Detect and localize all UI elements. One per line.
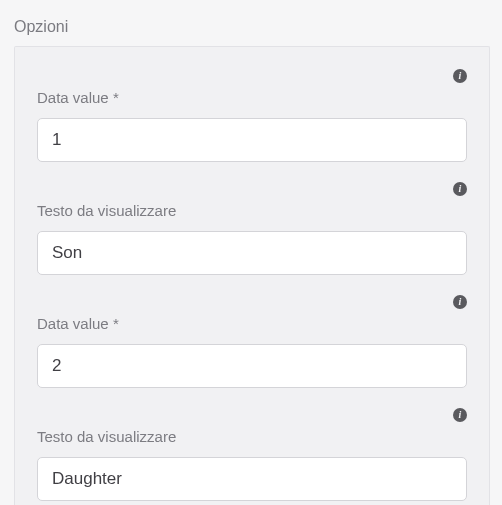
info-icon[interactable]: i: [453, 408, 467, 422]
section-title: Opzioni: [14, 18, 490, 36]
label-data-value: Data value *: [37, 89, 467, 106]
input-data-value[interactable]: [37, 344, 467, 388]
info-icon[interactable]: i: [453, 69, 467, 83]
field-block-display-text: i Testo da visualizzare: [37, 408, 467, 501]
info-icon[interactable]: i: [453, 182, 467, 196]
info-icon[interactable]: i: [453, 295, 467, 309]
field-block-data-value: i Data value *: [37, 295, 467, 388]
options-section: Opzioni i Data value * i Testo da visual…: [0, 0, 502, 505]
input-display-text[interactable]: [37, 231, 467, 275]
input-data-value[interactable]: [37, 118, 467, 162]
options-panel: i Data value * i Testo da visualizzare i…: [14, 46, 490, 505]
field-block-data-value: i Data value *: [37, 69, 467, 162]
label-data-value: Data value *: [37, 315, 467, 332]
field-block-display-text: i Testo da visualizzare: [37, 182, 467, 275]
input-display-text[interactable]: [37, 457, 467, 501]
label-display-text: Testo da visualizzare: [37, 202, 467, 219]
label-display-text: Testo da visualizzare: [37, 428, 467, 445]
